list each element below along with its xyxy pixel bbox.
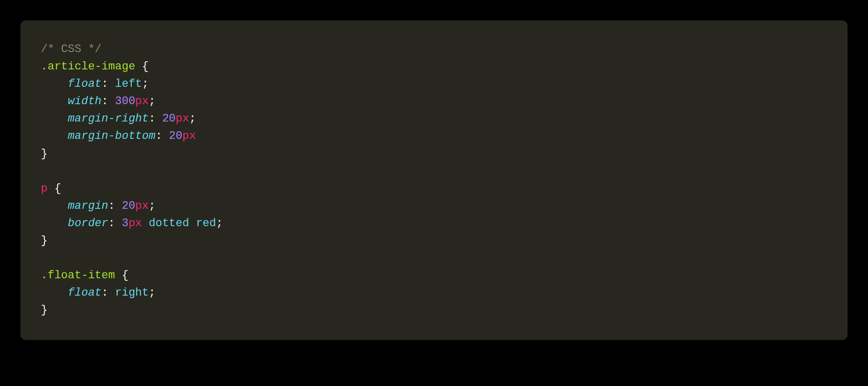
semicolon: ; <box>149 286 155 299</box>
semicolon: ; <box>216 217 223 230</box>
close-brace: } <box>41 148 47 160</box>
css-property: margin-right <box>68 112 149 125</box>
semicolon: ; <box>142 78 149 90</box>
semicolon: ; <box>189 112 196 125</box>
css-property: float <box>68 286 102 299</box>
code-comment: /* CSS */ <box>41 43 102 56</box>
code-block: /* CSS */.article-image { float: left; w… <box>20 20 848 340</box>
code-line: margin-bottom: 20px <box>41 128 827 145</box>
colon: : <box>102 78 108 90</box>
css-unit: px <box>135 200 149 212</box>
code-line: margin: 20px; <box>41 198 827 215</box>
css-number: 3 <box>122 217 128 230</box>
css-number: 20 <box>122 200 135 212</box>
colon: : <box>102 95 108 108</box>
code-line: .article-image { <box>41 58 827 76</box>
open-brace: { <box>115 269 128 282</box>
css-property: margin-bottom <box>68 130 156 142</box>
open-brace: { <box>47 182 61 195</box>
css-selector: .float-item <box>41 269 115 282</box>
css-value: right <box>115 286 149 299</box>
colon: : <box>149 112 155 125</box>
css-number: 20 <box>169 130 182 142</box>
code-line: /* CSS */ <box>41 41 827 58</box>
css-number: 300 <box>115 95 135 108</box>
close-brace: } <box>41 304 47 317</box>
css-unit: px <box>182 130 196 142</box>
code-line: float: left; <box>41 76 827 93</box>
css-selector: .article-image <box>41 60 135 73</box>
code-line: border: 3px dotted red; <box>41 215 827 232</box>
code-line: margin-right: 20px; <box>41 110 827 128</box>
close-brace: } <box>41 234 47 247</box>
css-unit: px <box>135 95 149 108</box>
css-selector: p <box>41 182 47 195</box>
css-value: dotted red <box>142 217 216 230</box>
code-line: width: 300px; <box>41 93 827 110</box>
colon: : <box>108 217 115 230</box>
code-line: float: right; <box>41 284 827 302</box>
css-property: float <box>68 78 102 90</box>
code-line: } <box>41 232 827 250</box>
semicolon: ; <box>149 200 155 212</box>
code-line: p { <box>41 180 827 198</box>
open-brace: { <box>135 60 149 73</box>
semicolon: ; <box>149 95 155 108</box>
css-unit: px <box>129 217 142 230</box>
colon: : <box>102 286 108 299</box>
css-property: border <box>68 217 108 230</box>
css-value: left <box>115 78 142 90</box>
code-line: } <box>41 146 827 163</box>
css-property: margin <box>68 200 108 212</box>
css-unit: px <box>176 112 189 125</box>
css-property: width <box>68 95 102 108</box>
code-line: } <box>41 302 827 319</box>
code-line <box>41 250 827 267</box>
css-number: 20 <box>162 112 176 125</box>
colon: : <box>108 200 115 212</box>
code-line <box>41 163 827 180</box>
colon: : <box>155 130 162 142</box>
code-line: .float-item { <box>41 267 827 284</box>
